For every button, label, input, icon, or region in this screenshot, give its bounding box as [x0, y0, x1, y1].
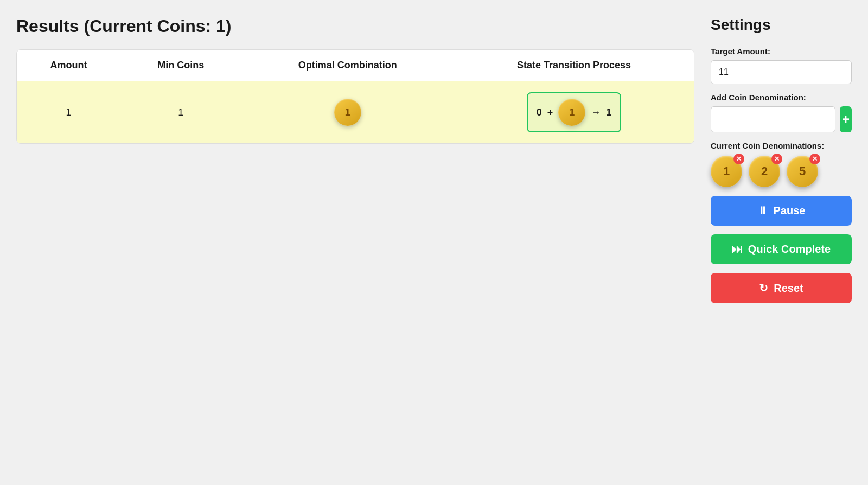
current-denoms-section: Current Coin Denominations: 1 ✕ 2 ✕ 5 ✕	[711, 141, 852, 187]
main-content: Results (Current Coins: 1) Amount Min Co…	[16, 16, 694, 469]
pause-label: Pause	[774, 205, 806, 217]
col-transition: State Transition Process	[454, 50, 694, 81]
transition-arrow: →	[591, 107, 601, 118]
quick-complete-button[interactable]: ⏭ Quick Complete	[711, 234, 852, 264]
remove-coin-2[interactable]: ✕	[771, 154, 782, 164]
page-title: Results (Current Coins: 1)	[16, 16, 694, 36]
results-table: Amount Min Coins Optimal Combination Sta…	[17, 50, 694, 143]
table-row: 1 1 1 0 + 1 → 1	[17, 81, 694, 144]
sidebar: Settings Target Amount: Add Coin Denomin…	[711, 16, 852, 469]
remove-coin-1[interactable]: ✕	[733, 154, 744, 164]
reset-icon: ↻	[759, 282, 768, 295]
cell-min-coins: 1	[120, 81, 241, 144]
add-denom-section: Add Coin Denomination: +	[711, 93, 852, 132]
remove-coin-5[interactable]: ✕	[809, 154, 820, 164]
cell-transition: 0 + 1 → 1	[454, 81, 694, 144]
coin-item-2: 2 ✕	[749, 156, 780, 187]
add-denom-button[interactable]: +	[840, 106, 852, 132]
pause-button[interactable]: ⏸ Pause	[711, 196, 852, 226]
transition-result: 1	[606, 107, 611, 118]
coin-item-5: 5 ✕	[787, 156, 818, 187]
transition-plus: +	[547, 107, 553, 118]
settings-title: Settings	[711, 16, 852, 34]
transition-coin: 1	[558, 99, 585, 126]
current-denoms-label: Current Coin Denominations:	[711, 141, 852, 150]
optimal-coin-badge: 1	[334, 99, 361, 126]
quick-complete-icon: ⏭	[732, 243, 743, 256]
add-denom-row: +	[711, 106, 852, 132]
col-min-coins: Min Coins	[120, 50, 241, 81]
results-table-container: Amount Min Coins Optimal Combination Sta…	[16, 49, 694, 144]
coins-row: 1 ✕ 2 ✕ 5 ✕	[711, 156, 852, 187]
transition-box: 0 + 1 → 1	[527, 92, 622, 132]
col-amount: Amount	[17, 50, 120, 81]
col-optimal: Optimal Combination	[241, 50, 454, 81]
quick-complete-label: Quick Complete	[748, 243, 831, 256]
cell-optimal-combination: 1	[241, 81, 454, 144]
target-amount-input[interactable]	[711, 60, 852, 84]
add-denom-input[interactable]	[711, 106, 835, 132]
settings-group: Target Amount: Add Coin Denomination: + …	[711, 47, 852, 303]
target-amount-section: Target Amount:	[711, 47, 852, 84]
add-denom-label: Add Coin Denomination:	[711, 93, 852, 102]
coin-item-1: 1 ✕	[711, 156, 742, 187]
target-amount-label: Target Amount:	[711, 47, 852, 56]
reset-label: Reset	[774, 282, 803, 295]
pause-icon: ⏸	[757, 205, 768, 217]
cell-amount: 1	[17, 81, 120, 144]
transition-from: 0	[537, 107, 542, 118]
reset-button[interactable]: ↻ Reset	[711, 273, 852, 303]
